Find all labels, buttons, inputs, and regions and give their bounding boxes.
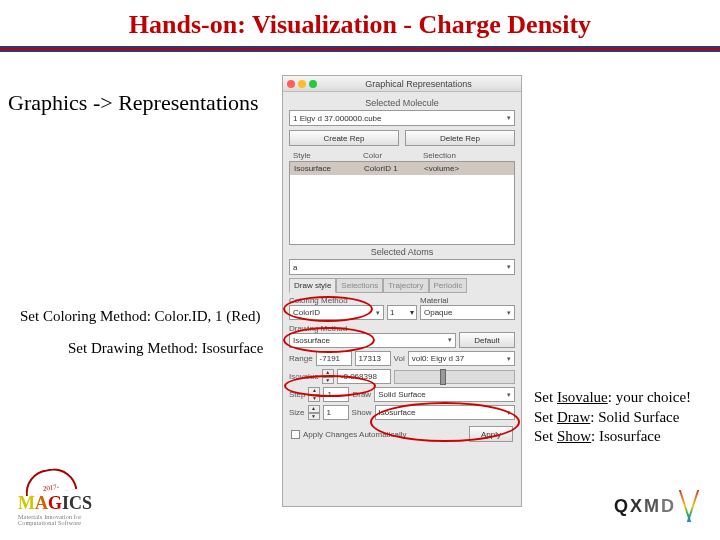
vol-label: Vol xyxy=(394,354,405,363)
slide-title: Hands-on: Visualization - Charge Density xyxy=(0,0,720,46)
chevron-down-icon: ▾ xyxy=(507,409,511,417)
drawing-method-label: Drawing Method xyxy=(289,324,456,333)
chevron-down-icon: ▾ xyxy=(507,355,511,363)
chevron-down-icon: ▾ xyxy=(507,263,511,271)
isovalue-input[interactable]: -0.068398 xyxy=(337,369,391,384)
dialog-titlebar: Graphical Representations xyxy=(283,76,521,92)
apply-auto-label: Apply Changes Automatically xyxy=(303,430,407,439)
chevron-down-icon: ▾ xyxy=(507,114,511,122)
chevron-down-icon: ▾ xyxy=(376,309,380,317)
range-label: Range xyxy=(289,354,313,363)
material-dropdown[interactable]: Opaque▾ xyxy=(420,305,515,320)
drawing-method-dropdown[interactable]: Isosurface▾ xyxy=(289,333,456,348)
dialog-title: Graphical Representations xyxy=(320,79,517,89)
show-dropdown[interactable]: Isosurface▾ xyxy=(375,405,515,420)
step-input[interactable]: 1 xyxy=(323,387,349,402)
size-stepper[interactable]: ▲▼ xyxy=(308,405,320,420)
step-label: Step xyxy=(289,390,305,399)
rep-list[interactable]: Isosurface ColorID 1 <volume> xyxy=(289,161,515,245)
rep-list-row[interactable]: Isosurface ColorID 1 <volume> xyxy=(290,162,514,175)
rep-table-header: Style Color Selection xyxy=(289,150,515,161)
draw-label: Draw xyxy=(352,390,371,399)
tab-drawstyle[interactable]: Draw style xyxy=(289,278,336,293)
dna-icon xyxy=(680,490,700,522)
instruction-isovalue-block: Set Isovalue: your choice! Set Draw: Sol… xyxy=(534,388,691,447)
isovalue-stepper[interactable]: ▲▼ xyxy=(322,369,334,384)
show-label: Show xyxy=(352,408,372,417)
title-divider xyxy=(0,46,720,52)
instruction-coloring: Set Coloring Method: Color.ID, 1 (Red) xyxy=(20,308,260,325)
representations-dialog: Graphical Representations Selected Molec… xyxy=(282,75,522,507)
rep-tabs: Draw style Selections Trajectory Periodi… xyxy=(289,278,515,293)
isovalue-slider[interactable] xyxy=(394,370,515,384)
delete-rep-button[interactable]: Delete Rep xyxy=(405,130,515,146)
chevron-down-icon: ▾ xyxy=(507,309,511,317)
volume-dropdown[interactable]: vol0: Eigv d 37▾ xyxy=(408,351,515,366)
draw-dropdown[interactable]: Solid Surface▾ xyxy=(374,387,515,402)
apply-button[interactable]: Apply xyxy=(469,426,513,442)
chevron-down-icon: ▾ xyxy=(507,391,511,399)
coloring-method-dropdown[interactable]: ColorID▾ xyxy=(289,305,384,320)
range-min: -7191 xyxy=(316,351,352,366)
size-input[interactable]: 1 xyxy=(323,405,349,420)
chevron-down-icon: ▾ xyxy=(410,308,414,317)
zoom-icon[interactable] xyxy=(309,80,317,88)
tab-periodic[interactable]: Periodic xyxy=(429,278,468,293)
magics-logo: 2017- MAGICS Materials Innovation for Co… xyxy=(18,469,108,526)
qxmd-logo: QXMD xyxy=(614,490,700,522)
create-rep-button[interactable]: Create Rep xyxy=(289,130,399,146)
close-icon[interactable] xyxy=(287,80,295,88)
tab-trajectory[interactable]: Trajectory xyxy=(383,278,428,293)
isovalue-label: Isovalue xyxy=(289,372,319,381)
chevron-down-icon: ▾ xyxy=(448,336,452,344)
menu-path-text: Graphics -> Representations xyxy=(8,90,259,116)
size-label: Size xyxy=(289,408,305,417)
instruction-drawing: Set Drawing Method: Isosurface xyxy=(68,340,263,357)
selected-atoms-input[interactable]: a▾ xyxy=(289,259,515,275)
range-max: 17313 xyxy=(355,351,391,366)
material-label: Material xyxy=(420,296,515,305)
selected-molecule-dropdown[interactable]: 1 Eigv d 37.000000.cube▾ xyxy=(289,110,515,126)
apply-auto-checkbox[interactable] xyxy=(291,430,300,439)
selected-molecule-label: Selected Molecule xyxy=(289,98,515,108)
tab-selections[interactable]: Selections xyxy=(336,278,383,293)
default-button[interactable]: Default xyxy=(459,332,515,348)
coloring-method-label: Coloring Method xyxy=(289,296,384,305)
step-stepper[interactable]: ▲▼ xyxy=(308,387,320,402)
color-id-dropdown[interactable]: 1▾ xyxy=(387,305,417,320)
selected-atoms-label: Selected Atoms xyxy=(289,247,515,257)
magics-logo-text: MAGICS xyxy=(18,493,108,514)
minimize-icon[interactable] xyxy=(298,80,306,88)
